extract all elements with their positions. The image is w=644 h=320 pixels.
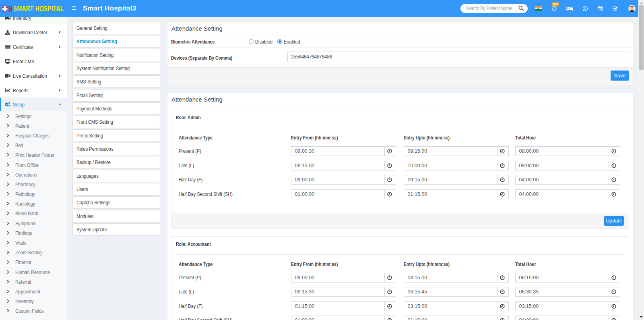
entry-upto-input[interactable] [404, 161, 497, 170]
settings-menu-item-sms-setting[interactable]: SMS Setting [72, 75, 160, 88]
total-hour-input[interactable] [516, 147, 609, 156]
submenu-item-front-office[interactable]: Front Office [0, 160, 67, 169]
entry-from-input[interactable] [291, 287, 385, 296]
clock-addon[interactable] [497, 175, 508, 184]
submenu-item-settings[interactable]: Settings [0, 111, 67, 121]
patient-search-input[interactable] [460, 4, 514, 13]
entry-from-input[interactable] [291, 175, 385, 184]
submenu-item-symptoms[interactable]: Symptoms [0, 218, 67, 228]
submenu-item-findings[interactable]: Findings [0, 228, 67, 238]
radio-option-disabled[interactable]: Disabled [249, 35, 276, 48]
submenu-item-custom-fields[interactable]: Custom Fields [0, 306, 67, 316]
clock-addon[interactable] [608, 175, 620, 184]
bed-status-button[interactable] [566, 0, 574, 17]
clock-addon[interactable] [384, 302, 396, 311]
total-hour-input[interactable] [516, 175, 609, 184]
save-button[interactable]: Save [611, 71, 629, 81]
clock-addon[interactable] [497, 161, 508, 170]
clock-addon[interactable] [608, 161, 620, 170]
clock-addon[interactable] [608, 273, 620, 282]
total-hour-input[interactable] [516, 302, 609, 311]
update-button-0[interactable]: Update [604, 216, 624, 226]
clock-addon[interactable] [497, 273, 508, 282]
entry-upto-input[interactable] [404, 287, 497, 296]
entry-from-input[interactable] [291, 302, 385, 311]
sidebar-item-front-cms[interactable]: Front CMS [0, 54, 67, 69]
submenu-item-zoom-setting[interactable]: Zoom Setting [0, 247, 67, 257]
clock-addon[interactable] [384, 273, 396, 282]
submenu-item-inventory[interactable]: Inventory [0, 296, 67, 306]
sidebar-item-reports[interactable]: Reports [0, 83, 67, 98]
clock-addon[interactable] [608, 287, 620, 296]
submenu-item-operations[interactable]: Operations [0, 170, 67, 179]
submenu-item-hospital-charges[interactable]: Hospital Charges [0, 131, 67, 140]
clock-addon[interactable] [608, 302, 620, 311]
submenu-item-vitals[interactable]: Vitals [0, 238, 67, 247]
calendar-button[interactable] [598, 0, 603, 17]
total-hour-input[interactable] [516, 161, 609, 170]
entry-upto-input[interactable] [404, 302, 497, 311]
entry-from-input[interactable] [291, 316, 385, 320]
settings-menu-item-front-cms-setting[interactable]: Front CMS Setting [72, 116, 160, 128]
submenu-item-patient[interactable]: Patient [0, 121, 67, 131]
clock-addon[interactable] [608, 316, 620, 320]
notifications-button[interactable]: 680 [551, 0, 557, 17]
entry-upto-input[interactable] [404, 316, 497, 320]
scroll-down-arrow-icon[interactable] [640, 316, 643, 318]
app-logo[interactable]: SMART HOSPITAL [0, 0, 67, 17]
clock-addon[interactable] [497, 147, 508, 156]
clock-addon[interactable] [384, 316, 396, 320]
clock-addon[interactable] [384, 161, 396, 170]
submenu-item-bed[interactable]: Bed [0, 140, 67, 150]
clock-addon[interactable] [497, 302, 508, 311]
entry-from-input[interactable] [291, 273, 385, 282]
search-icon[interactable] [518, 6, 524, 11]
total-hour-input[interactable] [516, 190, 609, 199]
tasks-button[interactable] [612, 0, 618, 17]
clock-addon[interactable] [497, 190, 508, 199]
settings-menu-item-prefix-setting[interactable]: Prefix Setting [72, 129, 160, 142]
settings-menu-item-users[interactable]: Users [72, 183, 160, 195]
settings-menu-item-email-setting[interactable]: Email Setting [72, 89, 160, 102]
sidebar-item-download-center[interactable]: Download Center [0, 25, 67, 39]
total-hour-input[interactable] [516, 287, 609, 296]
clock-addon[interactable] [384, 147, 396, 156]
entry-upto-input[interactable] [404, 147, 497, 156]
settings-menu-item-backup-restore[interactable]: Backup / Restore [72, 156, 160, 168]
devices-input[interactable] [287, 52, 629, 62]
whatsapp-button[interactable] [582, 0, 588, 17]
scrollbar-thumb[interactable] [639, 5, 644, 70]
clock-addon[interactable] [497, 287, 508, 296]
settings-menu-item-attendance-setting[interactable]: Attendance Setting [72, 35, 160, 48]
settings-menu-item-captcha-settings[interactable]: Captcha Settings [72, 196, 160, 209]
scroll-up-arrow-icon[interactable] [640, 2, 642, 4]
settings-menu-item-modules[interactable]: Modules [72, 210, 160, 222]
submenu-item-pharmacy[interactable]: Pharmacy [0, 179, 67, 189]
submenu-item-human-resource[interactable]: Human Resource [0, 267, 67, 277]
clock-addon[interactable] [497, 316, 508, 320]
submenu-item-finance[interactable]: Finance [0, 257, 67, 267]
sidebar-item-live-consultation[interactable]: Live Consultation [0, 69, 67, 83]
entry-from-input[interactable] [291, 147, 385, 156]
page-scrollbar[interactable] [638, 0, 644, 320]
submenu-item-print-header-footer[interactable]: Print Header Footer [0, 150, 67, 160]
entry-from-input[interactable] [291, 161, 385, 170]
clock-addon[interactable] [608, 147, 620, 156]
settings-menu-item-payment-methods[interactable]: Payment Methods [72, 102, 160, 115]
clock-addon[interactable] [384, 287, 396, 296]
settings-menu-item-languages[interactable]: Languages [72, 170, 160, 182]
submenu-item-radiology[interactable]: Radiology [0, 199, 67, 208]
settings-menu-item-roles-permissions[interactable]: Roles Permissions [72, 143, 160, 155]
settings-menu-item-system-update[interactable]: System Update [72, 223, 160, 236]
sidebar-item-inventory[interactable]: Inventory [0, 17, 67, 25]
entry-upto-input[interactable] [404, 190, 497, 199]
clock-addon[interactable] [384, 190, 396, 199]
settings-menu-item-system-notification-setting[interactable]: System Notification Setting [72, 62, 160, 75]
clock-addon[interactable] [608, 190, 620, 199]
entry-upto-input[interactable] [404, 175, 497, 184]
clock-addon[interactable] [384, 175, 396, 184]
settings-menu-item-notification-setting[interactable]: Notification Setting [72, 49, 160, 61]
sidebar-item-certificate[interactable]: Certificate [0, 39, 67, 54]
language-flag-button[interactable] [535, 0, 542, 17]
radio-disabled-icon[interactable] [249, 39, 254, 44]
